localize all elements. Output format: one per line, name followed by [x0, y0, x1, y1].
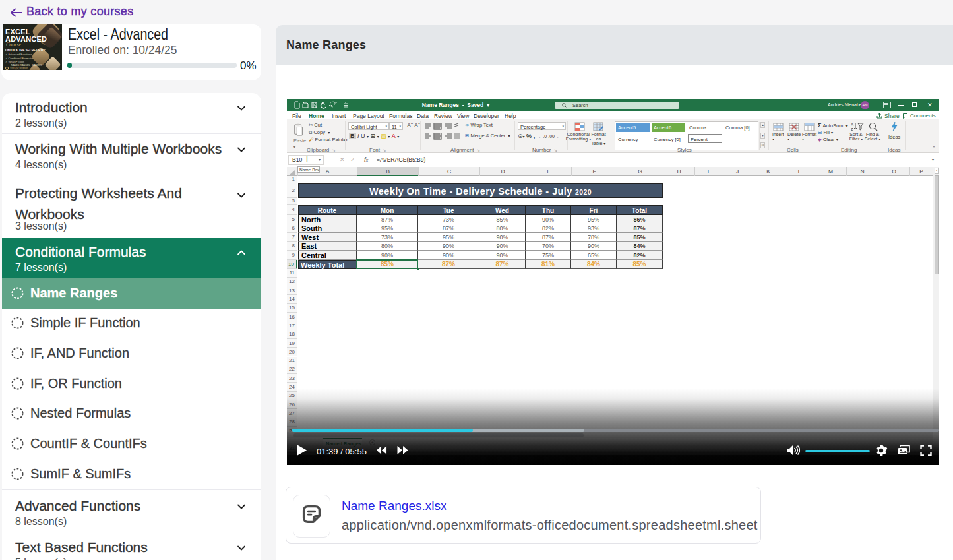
svg-text:A: A [851, 123, 853, 127]
svg-text:Z: Z [851, 127, 853, 131]
